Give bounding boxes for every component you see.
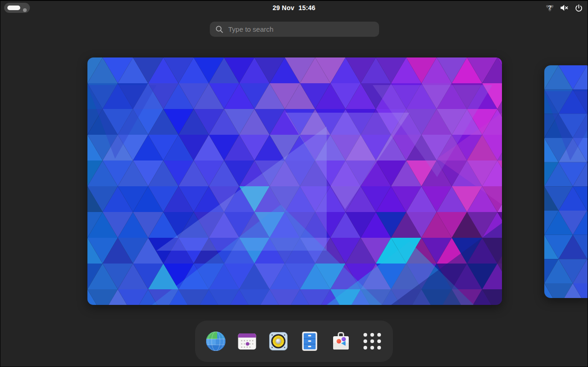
app-files-button[interactable]	[299, 330, 321, 352]
calendar-icon	[236, 330, 258, 352]
workspace-next-preview[interactable]	[544, 65, 588, 298]
app-web-browser-button[interactable]	[205, 330, 227, 352]
power-icon[interactable]	[575, 4, 583, 12]
clock-date: 29 Nov	[273, 4, 294, 11]
volume-muted-icon[interactable]	[560, 4, 569, 11]
music-speaker-icon	[267, 330, 289, 352]
svg-text:?: ?	[548, 5, 551, 10]
show-applications-grid-icon	[361, 330, 383, 352]
app-music-button[interactable]	[267, 330, 289, 352]
search-icon	[215, 25, 224, 34]
app-software-button[interactable]	[330, 330, 352, 352]
show-applications-button[interactable]	[361, 330, 383, 352]
web-browser-globe-icon	[205, 330, 227, 352]
workspace-current-preview[interactable]	[87, 57, 502, 305]
system-status-area[interactable]: ?	[546, 1, 583, 15]
clock-time: 15:46	[299, 4, 316, 11]
top-bar: 29 Nov 15:46 ?	[0, 1, 588, 15]
clock-button[interactable]: 29 Nov 15:46	[0, 1, 588, 15]
gnome-shell-overview: 29 Nov 15:46 ?	[0, 0, 588, 367]
search-input[interactable]	[224, 25, 379, 33]
software-store-bag-icon	[330, 330, 352, 352]
network-unknown-icon[interactable]: ?	[546, 4, 554, 12]
app-calendar-button[interactable]	[236, 330, 258, 352]
files-cabinet-icon	[299, 330, 321, 352]
dash	[195, 321, 393, 362]
search-bar[interactable]	[210, 22, 379, 37]
